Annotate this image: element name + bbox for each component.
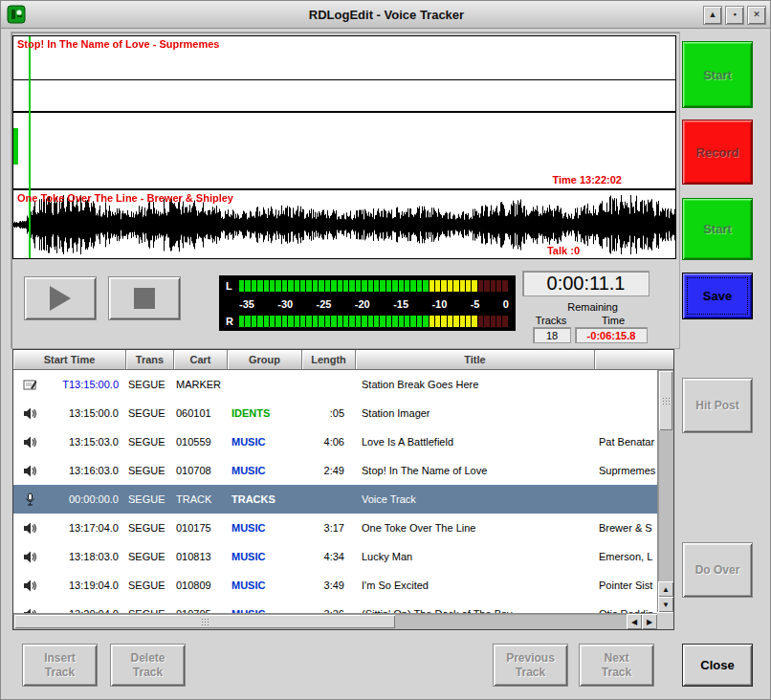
meter-left-bar <box>239 280 509 292</box>
meter-segment <box>295 316 299 327</box>
meter-segment <box>460 280 465 292</box>
start-track1-button[interactable]: Start <box>682 41 753 108</box>
scale-tick: -10 <box>431 298 447 310</box>
speaker-icon <box>13 406 46 421</box>
meter-segment <box>252 316 256 327</box>
meter-segment <box>502 316 507 327</box>
scale-tick: 0 <box>503 298 509 310</box>
horizontal-scrollbar[interactable]: ◀ ▶ <box>13 613 657 629</box>
maximize-icon[interactable]: ▪ <box>725 6 744 25</box>
meter-segment <box>472 280 476 292</box>
scroll-up-arrow[interactable]: ▲ <box>658 581 673 597</box>
cell-start-time: 13:19:04.0 <box>46 580 126 591</box>
horizontal-scrollbar-thumb[interactable] <box>14 615 395 628</box>
start-track2-button[interactable]: Start <box>682 198 753 260</box>
remaining-label: Remaining <box>522 301 663 313</box>
cell-trans: SEGUE <box>126 580 174 591</box>
cell-title: Station Imager <box>356 407 595 419</box>
meter-segment <box>466 280 471 292</box>
save-button[interactable]: Save <box>682 273 753 319</box>
scroll-right-arrow[interactable]: ▶ <box>642 614 657 629</box>
meter-segment <box>435 280 440 292</box>
insert-track-button[interactable]: Insert Track <box>22 644 98 687</box>
cell-artist: Brewer & S <box>595 522 657 534</box>
next-track-button[interactable]: Next Track <box>579 644 654 687</box>
meter-segment <box>405 316 409 327</box>
cell-length: 2:49 <box>302 465 356 476</box>
track-panel-1[interactable]: Stop! In The Name of Love - Suprmemes Ti… <box>12 35 676 189</box>
cell-title: I'm So Excited <box>356 580 595 591</box>
do-over-button[interactable]: Do Over <box>682 542 753 598</box>
cell-group: MUSIC <box>228 551 302 562</box>
meter-segment <box>245 316 250 327</box>
scale-tick: -15 <box>393 298 408 310</box>
close-window-icon[interactable]: ✕ <box>747 6 766 25</box>
log-table: Start Time Trans Cart Group Length Title… <box>12 349 674 630</box>
meter-segment <box>374 316 379 327</box>
track-panel-2[interactable]: One Toke Over The Line - Brewer & Shiple… <box>12 189 676 259</box>
delete-track-button[interactable]: Delete Track <box>110 644 186 687</box>
previous-track-button[interactable]: Previous Track <box>493 644 568 687</box>
meter-segment <box>410 280 415 292</box>
record-button[interactable]: Record <box>682 120 753 185</box>
meter-segment <box>257 280 262 292</box>
mic-icon <box>13 492 46 507</box>
meter-segment <box>288 316 293 327</box>
meter-segment <box>368 316 373 327</box>
meter-segment <box>331 280 336 292</box>
vertical-scrollbar-thumb[interactable] <box>659 371 672 430</box>
stop-button[interactable] <box>108 276 181 320</box>
column-header-cart[interactable]: Cart <box>174 350 228 370</box>
meter-segment <box>288 280 293 292</box>
time-annotation: Time 13:22:02 <box>552 174 622 186</box>
meter-segment <box>300 280 305 292</box>
titlebar[interactable]: RDLogEdit - Voice Tracker ▲ ▪ ✕ <box>1 1 771 29</box>
cell-group: MUSIC <box>228 522 302 534</box>
column-header-title[interactable]: Title <box>356 350 595 370</box>
playback-cursor[interactable] <box>29 36 31 258</box>
vertical-scrollbar[interactable]: ▲ ▼ <box>657 370 673 612</box>
cell-length: 3:49 <box>302 580 356 591</box>
table-row[interactable]: 00:00:00.0SEGUETRACKTRACKSVoice Track <box>13 485 673 514</box>
cell-title: Love Is A Battlefield <box>356 436 595 448</box>
track1-title: Stop! In The Name of Love - Suprmemes <box>17 38 219 50</box>
cell-start-time: 00:00:00.0 <box>46 493 126 505</box>
column-header-artist[interactable] <box>595 350 673 370</box>
meter-segment <box>343 280 348 292</box>
column-header-trans[interactable]: Trans <box>126 350 174 370</box>
column-header-group[interactable]: Group <box>228 350 302 370</box>
cell-group: MUSIC <box>228 465 302 476</box>
table-row[interactable]: T13:15:00.0SEGUEMARKERStation Break Goes… <box>13 370 673 399</box>
play-button[interactable] <box>24 276 97 320</box>
table-row[interactable]: 13:18:03.0SEGUE010813MUSIC4:34Lucky ManE… <box>13 542 673 571</box>
meter-segment <box>478 280 483 292</box>
meter-segment <box>362 316 366 327</box>
table-row[interactable]: 13:20:04.0SEGUE010705MUSIC3:36(Sittin' O… <box>13 600 673 613</box>
table-row[interactable]: 13:15:00.0SEGUE060101IDENTS:05Station Im… <box>13 399 673 427</box>
cell-title: Voice Track <box>356 493 595 505</box>
cell-artist: Pat Benatar <box>595 436 657 448</box>
table-row[interactable]: 13:16:03.0SEGUE010708MUSIC2:49Stop! In T… <box>13 456 673 485</box>
level-meter: L -35 -30 -25 -20 -15 -10 -5 0 R <box>219 275 516 331</box>
column-header-start-time[interactable]: Start Time <box>13 350 126 370</box>
scroll-down-arrow[interactable]: ▼ <box>658 597 673 612</box>
meter-segment <box>423 280 428 292</box>
hit-post-button[interactable]: Hit Post <box>682 378 753 433</box>
cell-start-time: 13:17:04.0 <box>46 522 126 534</box>
meter-segment <box>306 280 311 292</box>
grip-dots <box>662 397 671 405</box>
speaker-icon <box>13 435 46 449</box>
track2-title: One Toke Over The Line - Brewer & Shiple… <box>17 192 233 204</box>
cell-length: 3:17 <box>302 522 356 534</box>
column-header-length[interactable]: Length <box>302 350 356 370</box>
cell-group: IDENTS <box>228 407 302 419</box>
close-button[interactable]: Close <box>682 644 753 687</box>
track-divider <box>13 79 675 80</box>
shade-icon[interactable]: ▲ <box>703 6 722 25</box>
table-row[interactable]: 13:15:03.0SEGUE010559MUSIC4:06Love Is A … <box>13 427 673 456</box>
track-start-marker[interactable] <box>13 128 18 164</box>
table-row[interactable]: 13:19:04.0SEGUE010809MUSIC3:49I'm So Exc… <box>13 571 673 600</box>
cell-start-time: 13:18:03.0 <box>46 551 126 562</box>
table-row[interactable]: 13:17:04.0SEGUE010175MUSIC3:17One Toke O… <box>13 514 673 542</box>
scroll-left-arrow[interactable]: ◀ <box>627 614 642 629</box>
